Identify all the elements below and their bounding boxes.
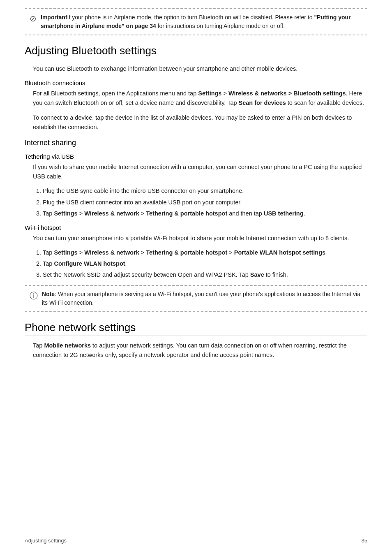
step3-bold1: Settings <box>54 210 77 217</box>
step3-bold2: Wireless & network <box>84 210 139 217</box>
page-footer: Adjusting settings 35 <box>0 534 392 544</box>
ws1-text-start: Tap <box>43 249 54 256</box>
ws3-bold1: Save <box>250 271 264 278</box>
important-icon: ⊘ <box>30 14 37 23</box>
wifi-step-2: Tap Configure WLAN hotspot. <box>43 259 367 269</box>
bluetooth-connect-para: To connect to a device, tap the device i… <box>25 113 367 132</box>
ws2-text-end: . <box>125 260 127 267</box>
ws1-bold3: Tethering & portable hotspot <box>146 249 227 256</box>
footer-left: Adjusting settings <box>25 537 67 544</box>
tethering-steps: Plug the USB sync cable into the micro U… <box>25 186 367 218</box>
important-label: Important <box>41 14 67 21</box>
tethering-step-3: Tap Settings > Wireless & network > Teth… <box>43 209 367 218</box>
step3-sep1: > <box>78 210 85 217</box>
ws3-text-start: Set the Network SSID and adjust security… <box>43 271 250 278</box>
important-notice-text: ImportantIf your phone is in Airplane mo… <box>41 13 362 30</box>
note-label: Note <box>42 291 55 297</box>
pn-bold1: Mobile networks <box>44 342 91 349</box>
tethering-step-1-text: Plug the USB sync cable into the micro U… <box>43 188 244 194</box>
conn-text1: For all Bluetooth settings, open the App… <box>33 90 198 97</box>
conn-bold1: Settings <box>198 90 221 97</box>
note-box: ⓘ Note: When your smartphone is serving … <box>25 285 367 312</box>
wifi-step-3: Set the Network SSID and adjust security… <box>43 270 367 280</box>
conn-sep1: > <box>221 90 228 97</box>
important-text1: If your phone is in Airplane mode, the o… <box>67 14 314 21</box>
step3-text-end: . <box>304 210 305 217</box>
conn-text3: to scan for available devices. <box>286 100 364 106</box>
step3-bold4: USB tethering <box>264 210 304 217</box>
conn-bold2: Wireless & networks > Bluetooth settings <box>228 90 346 97</box>
ws2-text-start: Tap <box>43 260 54 267</box>
wifi-hotspot-heading: Wi-Fi hotspot <box>25 224 367 231</box>
phone-network-heading: Phone network settings <box>25 321 367 336</box>
step3-text-start: Tap <box>43 210 54 217</box>
ws1-bold1: Settings <box>54 249 77 256</box>
bluetooth-connections-para: For all Bluetooth settings, open the App… <box>25 89 367 108</box>
pn-para-start: Tap <box>33 342 44 349</box>
note-colon: : <box>55 291 58 297</box>
note-content: When your smartphone is serving as a Wi-… <box>42 291 360 306</box>
important-text2: for instructions on turning Airplane mod… <box>156 23 285 29</box>
important-notice-box: ⊘ ImportantIf your phone is in Airplane … <box>25 8 367 35</box>
ws3-text-end: to finish. <box>264 271 288 278</box>
step3-text-mid: and then tap <box>227 210 264 217</box>
conn-bold3: Scan for devices <box>239 100 286 106</box>
step3-bold3: Tethering & portable hotspot <box>146 210 227 217</box>
note-icon: ⓘ <box>30 290 38 301</box>
page-container: ⊘ ImportantIf your phone is in Airplane … <box>0 0 392 389</box>
ws2-bold1: Configure WLAN hotspot <box>54 260 125 267</box>
tethering-intro: If you wish to share your mobile Interne… <box>25 162 367 181</box>
note-text: Note: When your smartphone is serving as… <box>42 290 362 307</box>
bluetooth-heading: Adjusting Bluetooth settings <box>25 44 367 59</box>
wifi-step-1: Tap Settings > Wireless & network > Teth… <box>43 248 367 257</box>
ws1-bold2: Wireless & network <box>84 249 139 256</box>
wifi-intro: You can turn your smartphone into a port… <box>25 234 367 243</box>
bluetooth-intro: You can use Bluetooth to exchange inform… <box>25 64 367 74</box>
ws1-bold4: Portable WLAN hotspot settings <box>234 249 325 256</box>
phone-network-para: Tap Mobile networks to adjust your netwo… <box>25 341 367 360</box>
tethering-step-2-text: Plug the USB client connector into an av… <box>43 199 242 206</box>
ws1-sep2: > <box>139 249 146 256</box>
step3-sep2: > <box>139 210 146 217</box>
tethering-step-1: Plug the USB sync cable into the micro U… <box>43 186 367 196</box>
wifi-steps: Tap Settings > Wireless & network > Teth… <box>25 248 367 280</box>
tethering-step-2: Plug the USB client connector into an av… <box>43 198 367 207</box>
ws1-sep1: > <box>78 249 85 256</box>
footer-right: 35 <box>362 537 367 544</box>
bluetooth-connections-heading: Bluetooth connections <box>25 79 367 86</box>
tethering-heading: Tethering via USB <box>25 153 367 160</box>
internet-heading: Internet sharing <box>25 139 367 147</box>
ws1-sep3: > <box>227 249 234 256</box>
